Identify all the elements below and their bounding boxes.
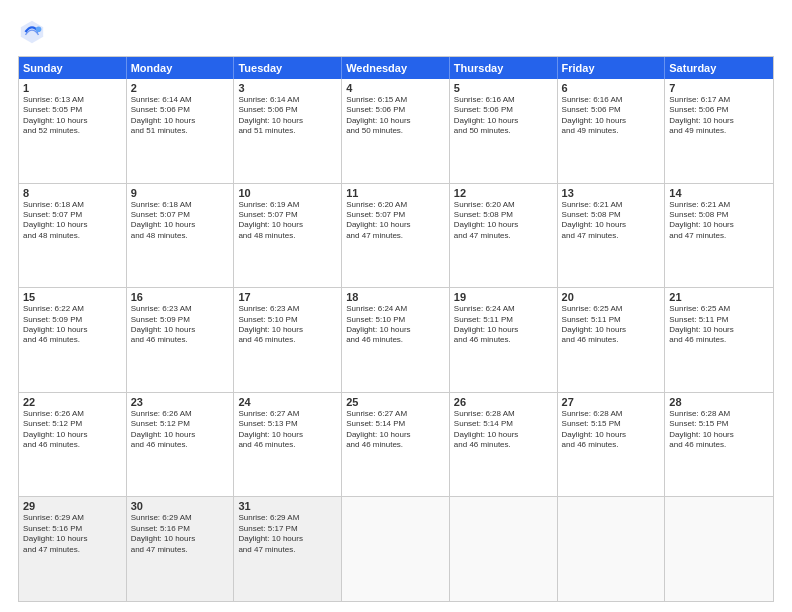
day-number: 16 — [131, 291, 230, 303]
week-row-4: 22Sunrise: 6:26 AM Sunset: 5:12 PM Dayli… — [19, 393, 773, 498]
cal-cell: 5Sunrise: 6:16 AM Sunset: 5:06 PM Daylig… — [450, 79, 558, 183]
cal-cell — [450, 497, 558, 601]
cal-cell: 19Sunrise: 6:24 AM Sunset: 5:11 PM Dayli… — [450, 288, 558, 392]
cal-cell — [342, 497, 450, 601]
cell-info: Sunrise: 6:26 AM Sunset: 5:12 PM Dayligh… — [131, 409, 230, 451]
cell-info: Sunrise: 6:28 AM Sunset: 5:15 PM Dayligh… — [669, 409, 769, 451]
cal-cell — [558, 497, 666, 601]
cell-info: Sunrise: 6:13 AM Sunset: 5:05 PM Dayligh… — [23, 95, 122, 137]
cell-info: Sunrise: 6:19 AM Sunset: 5:07 PM Dayligh… — [238, 200, 337, 242]
day-number: 20 — [562, 291, 661, 303]
cell-info: Sunrise: 6:20 AM Sunset: 5:07 PM Dayligh… — [346, 200, 445, 242]
day-number: 30 — [131, 500, 230, 512]
cell-info: Sunrise: 6:26 AM Sunset: 5:12 PM Dayligh… — [23, 409, 122, 451]
cell-info: Sunrise: 6:28 AM Sunset: 5:15 PM Dayligh… — [562, 409, 661, 451]
cal-cell: 23Sunrise: 6:26 AM Sunset: 5:12 PM Dayli… — [127, 393, 235, 497]
cal-cell: 17Sunrise: 6:23 AM Sunset: 5:10 PM Dayli… — [234, 288, 342, 392]
day-number: 3 — [238, 82, 337, 94]
cell-info: Sunrise: 6:23 AM Sunset: 5:10 PM Dayligh… — [238, 304, 337, 346]
calendar: SundayMondayTuesdayWednesdayThursdayFrid… — [18, 56, 774, 602]
cal-cell: 12Sunrise: 6:20 AM Sunset: 5:08 PM Dayli… — [450, 184, 558, 288]
day-number: 25 — [346, 396, 445, 408]
cal-cell: 7Sunrise: 6:17 AM Sunset: 5:06 PM Daylig… — [665, 79, 773, 183]
cell-info: Sunrise: 6:29 AM Sunset: 5:17 PM Dayligh… — [238, 513, 337, 555]
cell-info: Sunrise: 6:15 AM Sunset: 5:06 PM Dayligh… — [346, 95, 445, 137]
cal-cell: 24Sunrise: 6:27 AM Sunset: 5:13 PM Dayli… — [234, 393, 342, 497]
cal-cell: 18Sunrise: 6:24 AM Sunset: 5:10 PM Dayli… — [342, 288, 450, 392]
cal-cell: 29Sunrise: 6:29 AM Sunset: 5:16 PM Dayli… — [19, 497, 127, 601]
day-header-tuesday: Tuesday — [234, 57, 342, 79]
cell-info: Sunrise: 6:21 AM Sunset: 5:08 PM Dayligh… — [562, 200, 661, 242]
week-row-5: 29Sunrise: 6:29 AM Sunset: 5:16 PM Dayli… — [19, 497, 773, 601]
cell-info: Sunrise: 6:27 AM Sunset: 5:13 PM Dayligh… — [238, 409, 337, 451]
day-header-wednesday: Wednesday — [342, 57, 450, 79]
cal-cell: 8Sunrise: 6:18 AM Sunset: 5:07 PM Daylig… — [19, 184, 127, 288]
cell-info: Sunrise: 6:29 AM Sunset: 5:16 PM Dayligh… — [23, 513, 122, 555]
cell-info: Sunrise: 6:27 AM Sunset: 5:14 PM Dayligh… — [346, 409, 445, 451]
day-number: 7 — [669, 82, 769, 94]
cell-info: Sunrise: 6:25 AM Sunset: 5:11 PM Dayligh… — [669, 304, 769, 346]
cal-cell: 16Sunrise: 6:23 AM Sunset: 5:09 PM Dayli… — [127, 288, 235, 392]
day-number: 13 — [562, 187, 661, 199]
day-number: 23 — [131, 396, 230, 408]
cal-cell: 21Sunrise: 6:25 AM Sunset: 5:11 PM Dayli… — [665, 288, 773, 392]
cell-info: Sunrise: 6:16 AM Sunset: 5:06 PM Dayligh… — [454, 95, 553, 137]
cal-cell: 15Sunrise: 6:22 AM Sunset: 5:09 PM Dayli… — [19, 288, 127, 392]
calendar-header: SundayMondayTuesdayWednesdayThursdayFrid… — [19, 57, 773, 79]
cal-cell: 14Sunrise: 6:21 AM Sunset: 5:08 PM Dayli… — [665, 184, 773, 288]
cal-cell: 3Sunrise: 6:14 AM Sunset: 5:06 PM Daylig… — [234, 79, 342, 183]
cal-cell: 26Sunrise: 6:28 AM Sunset: 5:14 PM Dayli… — [450, 393, 558, 497]
cal-cell: 28Sunrise: 6:28 AM Sunset: 5:15 PM Dayli… — [665, 393, 773, 497]
day-number: 26 — [454, 396, 553, 408]
week-row-1: 1Sunrise: 6:13 AM Sunset: 5:05 PM Daylig… — [19, 79, 773, 184]
week-row-2: 8Sunrise: 6:18 AM Sunset: 5:07 PM Daylig… — [19, 184, 773, 289]
cell-info: Sunrise: 6:22 AM Sunset: 5:09 PM Dayligh… — [23, 304, 122, 346]
cal-cell: 27Sunrise: 6:28 AM Sunset: 5:15 PM Dayli… — [558, 393, 666, 497]
day-number: 18 — [346, 291, 445, 303]
day-number: 19 — [454, 291, 553, 303]
cell-info: Sunrise: 6:24 AM Sunset: 5:10 PM Dayligh… — [346, 304, 445, 346]
cal-cell: 6Sunrise: 6:16 AM Sunset: 5:06 PM Daylig… — [558, 79, 666, 183]
header — [18, 18, 774, 46]
cell-info: Sunrise: 6:21 AM Sunset: 5:08 PM Dayligh… — [669, 200, 769, 242]
day-header-thursday: Thursday — [450, 57, 558, 79]
cal-cell: 20Sunrise: 6:25 AM Sunset: 5:11 PM Dayli… — [558, 288, 666, 392]
cal-cell: 11Sunrise: 6:20 AM Sunset: 5:07 PM Dayli… — [342, 184, 450, 288]
day-number: 21 — [669, 291, 769, 303]
cal-cell: 9Sunrise: 6:18 AM Sunset: 5:07 PM Daylig… — [127, 184, 235, 288]
cell-info: Sunrise: 6:16 AM Sunset: 5:06 PM Dayligh… — [562, 95, 661, 137]
logo-icon — [18, 18, 46, 46]
day-number: 10 — [238, 187, 337, 199]
svg-marker-0 — [21, 21, 43, 43]
cell-info: Sunrise: 6:14 AM Sunset: 5:06 PM Dayligh… — [238, 95, 337, 137]
day-number: 8 — [23, 187, 122, 199]
cell-info: Sunrise: 6:18 AM Sunset: 5:07 PM Dayligh… — [23, 200, 122, 242]
cal-cell: 2Sunrise: 6:14 AM Sunset: 5:06 PM Daylig… — [127, 79, 235, 183]
cal-cell: 31Sunrise: 6:29 AM Sunset: 5:17 PM Dayli… — [234, 497, 342, 601]
day-number: 4 — [346, 82, 445, 94]
day-number: 28 — [669, 396, 769, 408]
day-header-saturday: Saturday — [665, 57, 773, 79]
day-number: 2 — [131, 82, 230, 94]
day-number: 15 — [23, 291, 122, 303]
day-number: 14 — [669, 187, 769, 199]
calendar-body: 1Sunrise: 6:13 AM Sunset: 5:05 PM Daylig… — [19, 79, 773, 601]
day-number: 12 — [454, 187, 553, 199]
cal-cell: 13Sunrise: 6:21 AM Sunset: 5:08 PM Dayli… — [558, 184, 666, 288]
day-number: 24 — [238, 396, 337, 408]
cell-info: Sunrise: 6:18 AM Sunset: 5:07 PM Dayligh… — [131, 200, 230, 242]
cal-cell — [665, 497, 773, 601]
day-number: 17 — [238, 291, 337, 303]
day-number: 9 — [131, 187, 230, 199]
day-number: 5 — [454, 82, 553, 94]
day-header-monday: Monday — [127, 57, 235, 79]
cell-info: Sunrise: 6:28 AM Sunset: 5:14 PM Dayligh… — [454, 409, 553, 451]
cal-cell: 10Sunrise: 6:19 AM Sunset: 5:07 PM Dayli… — [234, 184, 342, 288]
cal-cell: 4Sunrise: 6:15 AM Sunset: 5:06 PM Daylig… — [342, 79, 450, 183]
week-row-3: 15Sunrise: 6:22 AM Sunset: 5:09 PM Dayli… — [19, 288, 773, 393]
day-header-sunday: Sunday — [19, 57, 127, 79]
cal-cell: 30Sunrise: 6:29 AM Sunset: 5:16 PM Dayli… — [127, 497, 235, 601]
day-number: 27 — [562, 396, 661, 408]
day-number: 6 — [562, 82, 661, 94]
day-number: 11 — [346, 187, 445, 199]
